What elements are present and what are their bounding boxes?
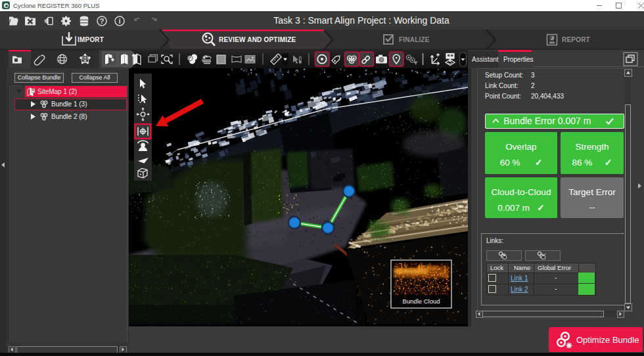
svg-text:i: i [118,17,120,25]
svg-text:Bundle Cloud: Bundle Cloud [402,298,440,305]
svg-text:?: ? [99,17,104,25]
